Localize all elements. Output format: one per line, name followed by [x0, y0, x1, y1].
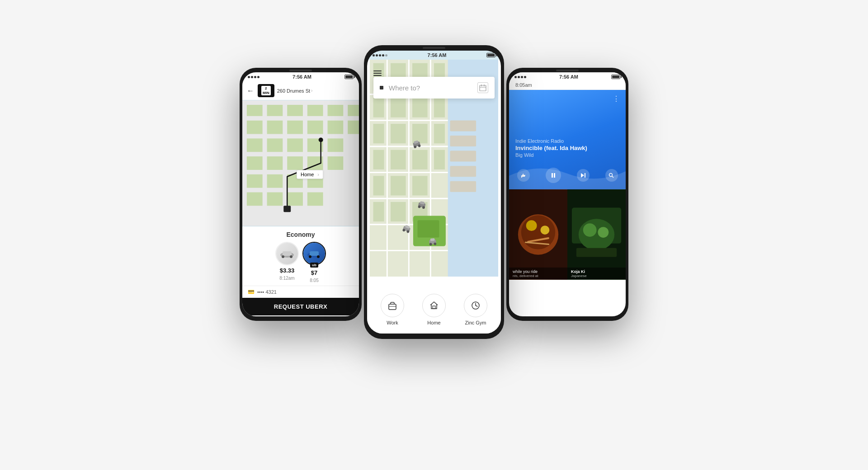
- svg-point-32: [319, 138, 323, 142]
- ride-price-1: $3.33: [280, 267, 295, 274]
- right-time-2: 8:05am: [509, 81, 626, 90]
- svg-rect-7: [247, 121, 263, 134]
- center-map: Where to?: [367, 60, 501, 277]
- svg-rect-1: [247, 105, 263, 116]
- economy-title: Economy: [248, 231, 354, 238]
- food-item-1[interactable]: while you ride nts, delivered at: [509, 189, 567, 280]
- music-info: Indie Electronic Radio Invincible (feat.…: [515, 138, 619, 158]
- svg-rect-19: [267, 156, 283, 170]
- card-icon: 💳: [248, 289, 255, 295]
- svg-rect-79: [450, 151, 476, 162]
- nav-gym-label: Zinc Gym: [465, 320, 486, 325]
- ride-option-2[interactable]: ub $7 8:05: [302, 242, 326, 283]
- more-options-icon[interactable]: ⋮: [613, 94, 620, 103]
- food-label-1: while you ride nts, delivered at: [509, 268, 567, 280]
- briefcase-icon: [387, 301, 397, 310]
- left-map-svg: [242, 100, 359, 226]
- food-img-2: [567, 189, 626, 280]
- svg-rect-102: [389, 304, 396, 310]
- svg-point-116: [540, 226, 549, 235]
- thumbs-up-icon: [520, 172, 527, 179]
- search-bar[interactable]: Where to?: [373, 77, 495, 99]
- pause-button[interactable]: [546, 168, 561, 183]
- min-badge: 2 MIN: [261, 86, 271, 95]
- nav-gym[interactable]: Zinc Gym: [464, 294, 487, 325]
- svg-rect-17: [328, 139, 344, 152]
- search-music-button[interactable]: [605, 169, 618, 182]
- skip-forward-button[interactable]: [577, 169, 590, 182]
- calendar-icon[interactable]: [477, 82, 488, 93]
- skip-icon: [580, 172, 586, 179]
- home-icon: [429, 301, 439, 310]
- svg-rect-65: [373, 150, 384, 169]
- svg-point-123: [598, 227, 609, 238]
- address-arrow: ›: [311, 88, 312, 93]
- svg-point-122: [583, 223, 597, 237]
- phone-right: 7:56 AM 8:05am ⋮ Indie El: [506, 68, 628, 321]
- svg-point-114: [521, 215, 555, 249]
- svg-rect-80: [450, 166, 476, 177]
- svg-rect-10: [307, 121, 323, 134]
- svg-rect-104: [433, 306, 435, 309]
- svg-rect-71: [412, 176, 428, 195]
- car-icon-1: [279, 249, 295, 258]
- gym-icon-circle: [464, 294, 487, 317]
- center-signal: [373, 54, 387, 56]
- right-speaker: [556, 70, 579, 71]
- home-label[interactable]: Home ›: [297, 170, 323, 179]
- hamburger-menu[interactable]: [373, 70, 382, 76]
- search-dot-icon: [380, 86, 383, 89]
- svg-rect-76: [418, 220, 439, 237]
- thumbs-up-button[interactable]: [517, 169, 530, 182]
- svg-rect-61: [373, 124, 384, 143]
- food-item-2[interactable]: Koja Ki Japanese: [567, 189, 626, 280]
- svg-rect-34: [283, 251, 292, 256]
- calendar-svg: [479, 84, 486, 91]
- svg-rect-23: [247, 174, 263, 188]
- ride-price-2: $7: [311, 269, 317, 276]
- back-arrow-icon[interactable]: ←: [247, 87, 254, 95]
- hamburger-line-3: [373, 75, 382, 76]
- search-placeholder: Where to?: [389, 84, 477, 92]
- left-speaker: [289, 70, 312, 71]
- car-icon-2: [306, 249, 322, 258]
- svg-rect-62: [391, 124, 406, 143]
- nav-home-label: Home: [427, 320, 440, 325]
- svg-point-110: [609, 173, 613, 176]
- svg-rect-107: [554, 173, 555, 178]
- pause-icon: [550, 172, 557, 179]
- center-speaker: [423, 47, 445, 49]
- right-status-bar: 7:56 AM: [509, 72, 626, 81]
- music-player-section: ⋮ Indie Electronic Radio Invincible (fea…: [509, 90, 626, 189]
- car-circle-2: [302, 242, 326, 265]
- ride-time-2: 8:05: [310, 278, 318, 283]
- svg-rect-31: [283, 206, 291, 212]
- svg-rect-109: [585, 173, 585, 178]
- nav-work[interactable]: Work: [381, 294, 404, 325]
- food-sub-2: Japanese: [571, 274, 622, 278]
- center-time: 7:56 AM: [428, 52, 447, 58]
- svg-rect-2: [267, 105, 283, 116]
- svg-rect-20: [287, 156, 303, 170]
- uber-badge: ub: [310, 263, 318, 268]
- svg-line-111: [612, 176, 614, 178]
- hamburger-line-2: [373, 73, 382, 74]
- svg-marker-108: [581, 173, 584, 178]
- request-button[interactable]: REQUEST UBERX: [242, 298, 359, 315]
- svg-rect-30: [307, 193, 323, 206]
- svg-rect-14: [267, 139, 283, 152]
- svg-rect-4: [307, 105, 323, 116]
- food-sub-1: nts, delivered at: [513, 274, 564, 278]
- svg-rect-72: [373, 202, 384, 221]
- svg-rect-28: [267, 193, 283, 206]
- svg-point-36: [290, 255, 292, 258]
- svg-rect-13: [247, 139, 263, 152]
- ride-option-1[interactable]: $3.33 8:12am: [275, 242, 299, 283]
- svg-rect-91: [430, 238, 435, 241]
- svg-point-115: [526, 220, 537, 231]
- music-title: Invincible (feat. Ida Hawk): [515, 145, 619, 151]
- food-grid: while you ride nts, delivered at: [509, 189, 626, 280]
- svg-rect-57: [373, 98, 384, 117]
- nav-home[interactable]: Home: [422, 294, 446, 325]
- home-arrow: ›: [317, 172, 319, 177]
